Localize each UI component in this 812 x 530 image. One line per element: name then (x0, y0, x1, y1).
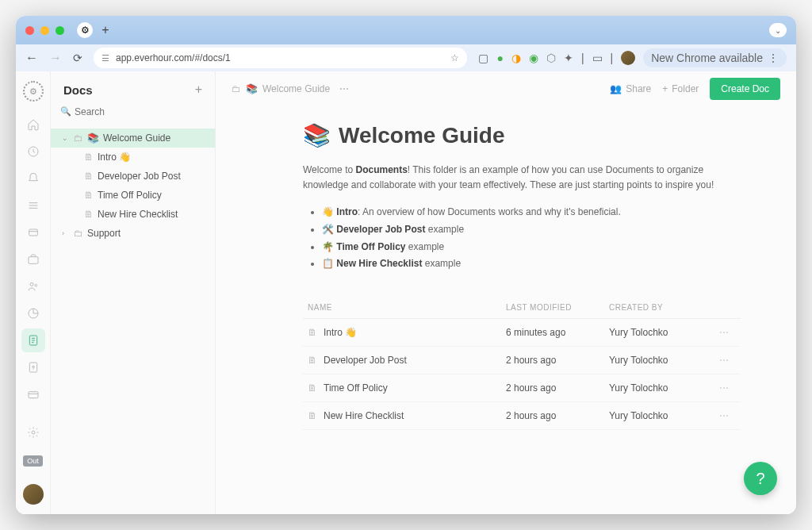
rail-tasks[interactable] (21, 194, 45, 217)
plus-icon: + (662, 83, 668, 94)
breadcrumb-label: Welcome Guide (262, 83, 330, 94)
doc-icon: 🗎 (84, 190, 94, 201)
chrome-update-button[interactable]: New Chrome available ⋮ (643, 48, 787, 67)
close-window-button[interactable] (25, 26, 34, 35)
topbar: 🗀 📚 Welcome Guide ⋯ 👥 Share + Folder Cre… (216, 71, 796, 106)
folder-emoji: 📚 (87, 132, 99, 144)
reading-list-icon[interactable]: ▭ (592, 52, 603, 64)
table-row[interactable]: 🗎New Hire Checklist 2 hours ago Yury Tol… (303, 402, 741, 430)
doc-intro: Welcome to Documents! This folder is an … (303, 163, 741, 193)
rail-settings[interactable] (21, 421, 45, 444)
chevron-right-icon: › (62, 229, 70, 237)
left-rail: ⚙ Out (16, 71, 51, 514)
breadcrumb-emoji: 📚 (246, 83, 258, 94)
col-created-by: CREATED BY (609, 303, 712, 312)
forward-button[interactable]: → (49, 51, 62, 65)
table-row[interactable]: 🗎Time Off Policy 2 hours ago Yury Toloch… (303, 374, 741, 402)
folder-icon: 🗀 (74, 132, 83, 144)
table-row[interactable]: 🗎Developer Job Post 2 hours ago Yury Tol… (303, 347, 741, 374)
rail-time[interactable] (21, 140, 45, 163)
doc-bullet: 🛠️ Developer Job Post example (322, 221, 741, 239)
rail-invoices[interactable] (21, 355, 45, 379)
sidebar-title: Docs (63, 83, 93, 97)
doc-bullet-list: 👋 Intro: An overview of how Documents wo… (303, 204, 741, 272)
bookmark-star-icon[interactable]: ☆ (450, 52, 459, 63)
extension-icon-4[interactable]: ◉ (529, 52, 538, 64)
folder-label: Support (87, 228, 121, 239)
extension-icon-2[interactable]: ● (496, 52, 503, 64)
share-icon: 👥 (610, 83, 622, 94)
doc-bullet: 📋 New Hire Checklist example (322, 255, 741, 273)
row-more-button[interactable]: ⋯ (712, 382, 736, 394)
reload-button[interactable]: ⟳ (73, 52, 82, 64)
docs-sidebar: Docs + 🔍 ⌄ 🗀 📚 Welcome Guide 🗎 Intro 👋 (51, 71, 216, 514)
search-icon: 🔍 (60, 106, 71, 117)
sidebar-doc-intro[interactable]: 🗎 Intro 👋 (51, 148, 215, 167)
extensions-menu-icon[interactable]: ✦ (564, 52, 573, 64)
rail-home[interactable] (21, 113, 45, 136)
folder-label: Welcome Guide (103, 132, 170, 144)
table-row[interactable]: 🗎Intro 👋 6 minutes ago Yury Tolochko ⋯ (303, 319, 741, 347)
url-bar[interactable]: ☰ app.everhour.com/#/docs/1 ☆ (94, 48, 467, 68)
breadcrumb[interactable]: 🗀 📚 Welcome Guide ⋯ (232, 83, 349, 94)
back-button[interactable]: ← (25, 51, 38, 65)
rail-inbox[interactable] (21, 221, 45, 244)
sidebar-folder-support[interactable]: › 🗀 Support (51, 224, 215, 243)
site-settings-icon[interactable]: ☰ (102, 53, 109, 63)
row-more-button[interactable]: ⋯ (712, 410, 736, 421)
extension-icon-5[interactable]: ⬡ (546, 52, 556, 64)
folder-icon: 🗀 (74, 228, 83, 239)
sidebar-doc-new-hire-checklist[interactable]: 🗎 New Hire Checklist (51, 205, 215, 224)
browser-tab[interactable]: ⚙ (77, 22, 93, 38)
help-button[interactable]: ? (744, 462, 777, 495)
rail-projects[interactable] (21, 248, 45, 271)
doc-icon: 🗎 (308, 382, 317, 394)
doc-icon: 🗎 (308, 355, 317, 366)
window-titlebar: ⚙ + ⌄ (16, 16, 796, 44)
doc-icon: 🗎 (84, 209, 94, 220)
add-doc-button[interactable]: + (195, 83, 202, 97)
chevron-down-icon: ⌄ (62, 134, 70, 142)
search-input[interactable] (60, 103, 205, 121)
row-more-button[interactable]: ⋯ (712, 327, 736, 338)
browser-profile-avatar[interactable] (621, 51, 635, 65)
doc-label: New Hire Checklist (98, 209, 178, 220)
svg-point-4 (35, 284, 37, 286)
more-icon: ⋮ (768, 52, 779, 64)
col-name: NAME (308, 303, 506, 312)
svg-point-3 (30, 282, 33, 286)
rail-expenses[interactable] (21, 382, 45, 406)
doc-icon: 🗎 (84, 152, 94, 163)
rail-notifications[interactable] (21, 167, 45, 190)
maximize-window-button[interactable] (56, 26, 64, 35)
doc-bullet: 🌴 Time Off Policy example (322, 239, 741, 256)
rail-team[interactable] (21, 275, 45, 298)
doc-title-text: Welcome Guide (339, 123, 505, 148)
rail-reports[interactable] (21, 301, 45, 325)
extension-icon-1[interactable]: ▢ (478, 52, 488, 64)
tabs-dropdown-button[interactable]: ⌄ (769, 23, 787, 37)
add-folder-button[interactable]: + Folder (662, 83, 699, 94)
extension-icon-3[interactable]: ◑ (511, 52, 521, 64)
app-logo[interactable]: ⚙ (23, 81, 44, 102)
sidebar-folder-welcome-guide[interactable]: ⌄ 🗀 📚 Welcome Guide (51, 129, 215, 148)
share-button[interactable]: 👥 Share (610, 83, 651, 94)
new-tab-button[interactable]: + (98, 22, 113, 38)
svg-rect-1 (29, 229, 37, 236)
rail-docs[interactable] (21, 328, 45, 352)
doc-icon: 🗎 (84, 171, 94, 182)
create-doc-button[interactable]: Create Doc (710, 78, 780, 100)
minimize-window-button[interactable] (40, 26, 49, 35)
doc-bullet: 👋 Intro: An overview of how Documents wo… (322, 204, 741, 221)
sidebar-doc-developer-job-post[interactable]: 🗎 Developer Job Post (51, 167, 215, 186)
breadcrumb-more-icon[interactable]: ⋯ (339, 83, 349, 94)
doc-icon: 🗎 (308, 327, 317, 338)
rail-status-badge: Out (23, 455, 43, 467)
row-more-button[interactable]: ⋯ (712, 355, 736, 366)
user-avatar[interactable] (23, 484, 44, 505)
browser-navbar: ← → ⟳ ☰ app.everhour.com/#/docs/1 ☆ ▢ ● … (16, 44, 796, 71)
doc-label: Developer Job Post (98, 171, 181, 182)
folder-icon: 🗀 (232, 83, 241, 94)
docs-table: NAME LAST MODIFIED CREATED BY 🗎Intro 👋 6… (303, 297, 741, 430)
sidebar-doc-time-off-policy[interactable]: 🗎 Time Off Policy (51, 186, 215, 205)
